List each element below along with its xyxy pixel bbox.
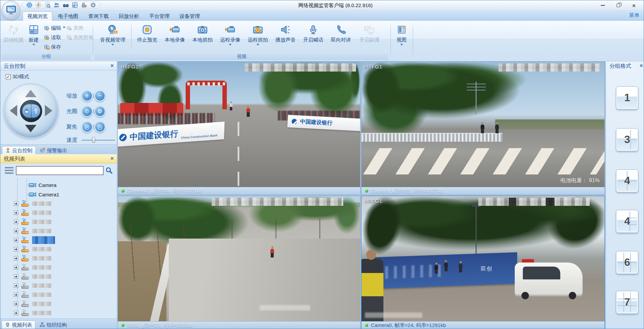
layout-button[interactable]: 7 [616,291,638,314]
tab-platform-manage[interactable]: 平台管理 [145,12,174,21]
app-menu-button[interactable] [2,1,20,20]
layout-button[interactable]: 3 [616,128,638,151]
iris-open-button[interactable] [81,106,93,117]
ptz-joystick[interactable] [3,83,59,139]
expand-plus-icon[interactable] [14,274,18,279]
binoculars-icon[interactable] [63,2,69,8]
search-button[interactable] [105,167,113,174]
secondary-display-button[interactable]: 开启副显 [355,22,384,53]
tree-item-device[interactable] [0,308,117,318]
layout-button[interactable]: 6 [616,251,638,274]
av-manage-button[interactable]: 音视频管理 [96,22,129,53]
tree-item-device[interactable] [0,208,117,217]
iris-close-button[interactable] [94,106,106,117]
search-input[interactable] [17,167,103,174]
joystick-left-arrow[interactable] [10,105,17,116]
restore-button[interactable] [611,0,626,10]
local-record-button[interactable]: 本地录像 [161,22,189,53]
video-cell-3[interactable]: 1016, 帧率=20, 码率=1912kb [117,196,360,329]
video-cell-1[interactable]: 中国建设银行China Construction Bank 中国建设银行 H6F… [117,61,360,195]
expand-plus-icon[interactable] [14,293,18,297]
expand-plus-icon[interactable] [14,201,18,206]
tree-item-device[interactable] [0,272,117,281]
tree-item-device[interactable] [0,290,117,299]
lock-icon[interactable] [81,2,87,8]
tab-playback-analysis[interactable]: 回放分析 [114,12,143,21]
lock-button[interactable] [22,104,31,118]
users-icon[interactable] [54,2,60,8]
close-button[interactable]: × [626,0,642,10]
local-snapshot-button[interactable]: 本地抓拍 [189,22,216,53]
close-all-button[interactable]: 关闭所有 [66,33,93,42]
joystick-up-arrow[interactable] [25,90,36,97]
tree-item-camera[interactable]: Camera [0,180,117,190]
tab-e-map[interactable]: 电子地图 [54,12,83,21]
tree-item-device[interactable] [0,281,117,290]
video-list-close-icon[interactable]: × [110,155,114,162]
zoom-out-button[interactable]: − [94,90,106,102]
layout-button[interactable]: 4 [616,210,638,233]
save-button[interactable]: 保存 [44,43,61,51]
stop-preview-button[interactable]: 停止预览 [133,22,161,53]
expand-plus-icon[interactable] [14,238,18,242]
mode-3d-checkbox[interactable]: ✓ 3D模式 [6,74,29,80]
expand-plus-icon[interactable] [14,265,18,270]
remote-record-button[interactable]: 远程录像 [216,22,244,53]
expand-plus-icon[interactable] [14,283,18,288]
tree-item-device[interactable] [0,245,117,254]
flash-icon[interactable] [35,2,42,8]
joystick-right-arrow[interactable] [45,105,52,116]
tab-video-list[interactable]: 视频列表 [2,321,35,329]
tab-device-manage[interactable]: 设备管理 [175,12,204,21]
view-button[interactable]: 视图 [392,22,411,53]
edit-button[interactable]: 编辑 [44,24,65,32]
tree-item-camera1[interactable]: Camera1 [0,190,117,199]
tree-item-device[interactable] [0,254,117,263]
expand-plus-icon[interactable] [14,211,18,215]
slider-thumb[interactable] [92,137,95,143]
close-group-button[interactable]: 关闭 [66,24,83,32]
globe-icon[interactable] [26,2,32,8]
tree-item-device[interactable] [0,199,117,208]
expand-plus-icon[interactable] [14,302,18,306]
tree-item-device[interactable] [0,236,117,245]
expand-plus-icon[interactable] [14,229,18,233]
video-cell-4[interactable]: 双创 H6FG1 Camera0, 帧率=24, 码率=1291kb [361,196,605,329]
two-way-talk-button[interactable]: 双向对讲 [327,22,355,53]
doc-search-icon[interactable] [45,2,51,8]
layout-button[interactable]: 1 [616,86,638,109]
joystick-down-arrow[interactable] [25,125,36,132]
key-button[interactable] [31,104,40,118]
gear-icon[interactable] [90,2,96,8]
focus-near-button[interactable]: + [81,121,93,133]
start-tour-button[interactable]: 启动轮跳 [2,22,25,53]
start-shout-button[interactable]: 开启喊话 [299,22,327,53]
remote-snapshot-button[interactable]: 远程抓拍 [244,22,272,53]
minimize-button[interactable] [595,0,611,10]
tab-video-browse[interactable]: 视频浏览 [23,11,52,21]
expand-plus-icon[interactable] [14,220,18,224]
grid-window-icon[interactable] [72,2,78,8]
hamburger-icon[interactable] [5,167,14,174]
video-cell-2[interactable]: H6FG1 电池电量： 91% Camera, 帧率=25, 码率=1327kb [361,61,605,195]
new-group-button[interactable]: 新建 [25,22,42,53]
zoom-in-button[interactable]: + [81,90,93,102]
read-button[interactable]: 读取 [44,33,61,42]
focus-far-button[interactable]: − [94,121,106,133]
play-sound-button[interactable]: 播放声音 [272,22,299,53]
expand-plus-icon[interactable] [14,247,18,251]
tab-org-structure[interactable]: 组织结构 [36,321,70,329]
ptz-close-icon[interactable]: × [110,62,114,69]
tree-item-device[interactable] [0,226,117,236]
tab-alarm-output[interactable]: 报警输出 [37,146,70,154]
tab-query-download[interactable]: 查询下载 [84,12,113,21]
layout-button[interactable]: 4 [616,169,638,192]
menu-button[interactable]: 菜单 [629,12,639,19]
expand-plus-icon[interactable] [14,311,18,315]
group-format-close-icon[interactable]: × [640,62,643,69]
tab-ptz-control[interactable]: 云台控制 [2,146,36,154]
tree-item-device[interactable] [0,217,117,226]
expand-plus-icon[interactable] [14,256,18,261]
speed-slider[interactable] [81,137,115,143]
tree-item-device[interactable] [0,299,117,308]
